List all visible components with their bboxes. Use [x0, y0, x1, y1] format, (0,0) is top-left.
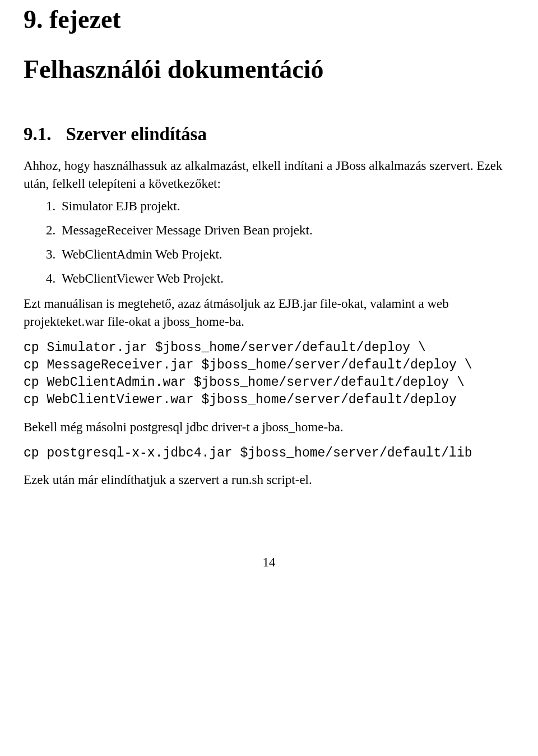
section-title: Szerver elindítása [66, 124, 207, 144]
page-content: 9. fejezet Felhasználói dokumentáció 9.1… [0, 0, 538, 570]
section-number: 9.1. [24, 124, 52, 144]
paragraph-manual: Ezt manuálisan is megtehető, azaz átmáso… [24, 295, 514, 330]
list-number: 4. [46, 270, 62, 287]
chapter-title: Felhasználói dokumentáció [24, 56, 514, 84]
list-number: 2. [46, 222, 62, 239]
paragraph-run: Ezek után már elindíthatjuk a szervert a… [24, 471, 514, 489]
list-number: 1. [46, 197, 62, 215]
section-heading: 9.1.Szerver elindítása [24, 124, 514, 145]
list-text: MessageReceiver Message Driven Bean proj… [62, 223, 313, 237]
page-number: 14 [24, 555, 514, 570]
list-item: 3.WebClientAdmin Web Projekt. [62, 246, 514, 263]
list-item: 1.Simulator EJB projekt. [62, 197, 514, 215]
ordered-list: 1.Simulator EJB projekt. 2.MessageReceiv… [24, 197, 514, 287]
list-number: 3. [46, 246, 62, 263]
list-text: WebClientAdmin Web Projekt. [62, 247, 222, 261]
list-item: 2.MessageReceiver Message Driven Bean pr… [62, 222, 514, 239]
chapter-label: 9. fejezet [24, 6, 514, 34]
code-block-deploy: cp Simulator.jar $jboss_home/server/defa… [24, 339, 514, 409]
paragraph-intro: Ahhoz, hogy használhassuk az alkalmazást… [24, 157, 514, 192]
paragraph-jdbc: Bekell még másolni postgresql jdbc drive… [24, 418, 514, 436]
list-item: 4.WebClientViewer Web Projekt. [62, 270, 514, 287]
list-text: WebClientViewer Web Projekt. [62, 271, 224, 285]
list-text: Simulator EJB projekt. [62, 199, 180, 213]
code-block-jdbc: cp postgresql-x-x.jdbc4.jar $jboss_home/… [24, 445, 514, 462]
